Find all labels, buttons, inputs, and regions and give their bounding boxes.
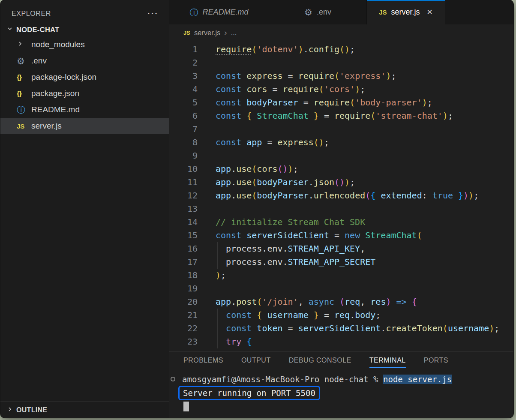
code-text: const app = express(); [216,136,329,149]
tab-bar: ⓘREADME.md⚙.envJSserver.js✕ [169,0,513,24]
file-item-server-js[interactable]: JSserver.js [0,118,169,134]
js-file-icon: JS [17,123,24,129]
code-text: app.post('/join', async (req, res) => { [216,295,417,309]
code-editor[interactable]: 1require('dotenv').config();23const expr… [169,41,513,351]
code-line[interactable]: 6const { StreamChat } = require('stream-… [169,109,513,123]
file-item--env[interactable]: ⚙.env [0,53,169,69]
panel-tab-terminal[interactable]: TERMINAL [369,357,406,368]
terminal[interactable]: amosgyamfi@Amoss-MacBook-Pro node-chat %… [169,371,513,418]
line-number: 6 [169,109,198,123]
sidebar-spacer [0,134,169,402]
folder-root-node-chat[interactable]: NODE-CHAT [0,23,169,36]
code-line[interactable]: 9 [169,149,513,162]
code-text: const { username } = req.body; [216,309,381,322]
file-item-readme-md[interactable]: ⓘREADME.md [0,102,169,118]
code-line[interactable]: 19 [169,282,513,295]
outline-section-header[interactable]: OUTLINE [0,402,169,418]
code-line[interactable]: 11app.use(bodyParser.json()); [169,176,513,189]
code-text: app.use(bodyParser.json()); [216,176,355,189]
panel-tab-debug-console[interactable]: DEBUG CONSOLE [289,357,351,368]
file-item-label: package-lock.json [31,72,96,82]
file-item-package-json[interactable]: {}package.json [0,85,169,102]
tab-label: server.js [391,8,420,17]
code-line[interactable]: 22 const token = serverSideClient.create… [169,322,513,335]
info-icon: ⓘ [189,8,198,17]
line-number: 15 [169,229,198,242]
js-file-icon: JS [183,30,190,36]
code-line[interactable]: 4const cors = require('cors'); [169,83,513,96]
bottom-panel: PROBLEMSOUTPUTDEBUG CONSOLETERMINALPORTS… [169,351,513,418]
line-number: 22 [169,322,198,335]
code-text: try { [216,335,252,348]
code-line[interactable]: 23 try { [169,335,513,348]
code-line[interactable]: 20app.post('/join', async (req, res) => … [169,295,513,309]
code-line[interactable]: 18); [169,269,513,282]
line-number: 7 [169,123,198,136]
chevron-right-icon [6,406,13,414]
breadcrumb-more: ... [231,29,237,37]
js-file-icon: JS [379,9,387,15]
tab-label: .env [317,8,331,17]
line-number: 4 [169,83,198,96]
file-item-label: node_modules [31,40,85,49]
breadcrumb-file: server.js [194,29,220,37]
tab-server-js[interactable]: JSserver.js✕ [367,0,445,24]
terminal-output: Server running on PORT 5500 [183,388,315,398]
line-number: 10 [169,162,198,176]
explorer-header: EXPLORER ··· [0,0,169,23]
editor-group: ⓘREADME.md⚙.envJSserver.js✕ JS server.js… [169,0,513,418]
file-icon-slot: {} [17,74,31,81]
code-line[interactable]: 12app.use(bodyParser.urlencoded({ extend… [169,189,513,202]
code-line[interactable]: 15const serverSideClient = new StreamCha… [169,229,513,242]
code-line[interactable]: 8const app = express(); [169,136,513,149]
chevron-down-icon [6,25,13,34]
code-line[interactable]: 16 process.env.STREAM_API_KEY, [169,242,513,255]
line-number: 11 [169,176,198,189]
terminal-prompt-line: amosgyamfi@Amoss-MacBook-Pro node-chat %… [182,373,513,385]
explorer-sidebar: EXPLORER ··· NODE-CHAT node_modules⚙.env… [0,0,169,418]
file-item-node-modules[interactable]: node_modules [0,36,169,53]
code-text: process.env.STREAM_APP_SECRET [216,255,375,269]
panel-tab-problems[interactable]: PROBLEMS [183,357,223,368]
breadcrumb[interactable]: JS server.js › ... [169,24,513,41]
line-number: 16 [169,242,198,255]
tab--env[interactable]: ⚙.env [269,0,367,24]
code-text: require('dotenv').config(); [216,43,355,56]
terminal-command-highlighted: node server.js [383,375,452,384]
code-line[interactable]: 17 process.env.STREAM_APP_SECRET [169,255,513,269]
file-icon-slot: {} [17,90,31,97]
code-text: const serverSideClient = new StreamChat( [216,229,422,242]
close-icon[interactable]: ✕ [427,8,433,17]
tab-label: README.md [202,8,248,17]
code-line[interactable]: 13 [169,202,513,216]
code-line[interactable]: 10app.use(cors()); [169,162,513,176]
code-line[interactable]: 1require('dotenv').config(); [169,43,513,56]
code-line[interactable]: 3const express = require('express'); [169,69,513,83]
line-number: 14 [169,216,198,229]
code-line[interactable]: 5const bodyParser = require('body-parser… [169,96,513,109]
explorer-actions-ellipsis-icon[interactable]: ··· [147,9,159,18]
code-line[interactable]: 14// initialize Stream Chat SDK [169,216,513,229]
file-item-package-lock-json[interactable]: {}package-lock.json [0,69,169,85]
code-text: process.env.STREAM_API_KEY, [216,242,365,255]
panel-tab-output[interactable]: OUTPUT [241,357,271,368]
code-text: ); [216,269,226,282]
gear-icon: ⚙ [304,8,312,17]
file-item-label: .env [31,56,47,66]
line-number: 2 [169,56,198,69]
code-line[interactable]: 21 const { username } = req.body; [169,309,513,322]
code-line[interactable]: 7 [169,123,513,136]
panel-tab-ports[interactable]: PORTS [424,357,448,368]
line-number: 13 [169,202,198,216]
terminal-cursor-line [182,401,513,412]
code-line[interactable]: 2 [169,56,513,69]
terminal-prompt: amosgyamfi@Amoss-MacBook-Pro node-chat % [182,375,383,384]
line-number: 3 [169,69,198,83]
breadcrumb-separator-icon: › [224,28,227,37]
terminal-output-line: Server running on PORT 5500 [182,385,513,401]
code-text: const token = serverSideClient.createTok… [216,322,499,335]
code-text: app.use(cors()); [216,162,298,176]
line-number: 19 [169,282,198,295]
tab-readme-md[interactable]: ⓘREADME.md [169,0,269,24]
vscode-window: EXPLORER ··· NODE-CHAT node_modules⚙.env… [0,0,513,418]
